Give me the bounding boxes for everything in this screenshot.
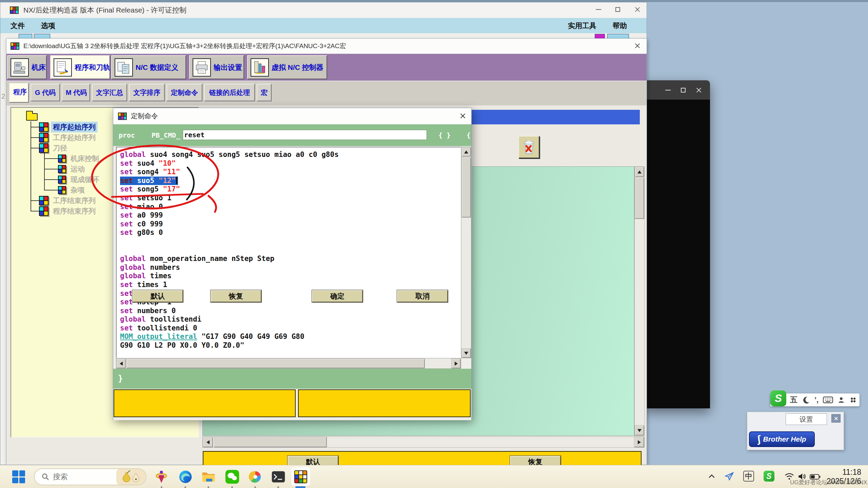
settings-button[interactable]: 设置	[786, 413, 827, 425]
start-button[interactable]	[12, 470, 25, 483]
wubi-mode-button[interactable]: 五	[790, 395, 797, 405]
restore-button[interactable]: 恢复	[211, 290, 261, 302]
scroll-right-icon[interactable]	[451, 359, 461, 368]
subtab-program[interactable]: 程序	[9, 83, 29, 103]
scrollbar-thumb[interactable]	[461, 157, 471, 218]
toolbox-grid-icon[interactable]	[849, 396, 857, 404]
tab-machine[interactable]: 机床	[7, 55, 47, 79]
tree-item-toolpath[interactable]: 刀径	[31, 143, 69, 153]
search-input[interactable]	[53, 472, 100, 481]
close-icon	[834, 416, 838, 421]
cube-icon	[39, 196, 48, 205]
tray-chevron-up-icon[interactable]	[707, 472, 716, 481]
user-icon[interactable]	[837, 396, 845, 404]
tree-item-operation-start[interactable]: 工序起始序列	[31, 133, 98, 143]
tray-battery-icon[interactable]	[810, 474, 821, 480]
menu-file[interactable]: 文件	[11, 21, 25, 30]
maximize-icon[interactable]	[681, 88, 686, 93]
restore-button[interactable]: 恢复	[510, 456, 561, 465]
scroll-up-icon[interactable]	[635, 167, 644, 177]
palette-icon	[248, 469, 263, 484]
tree-item-operation-end[interactable]: 工序结束序列	[31, 196, 98, 206]
brace-pair-button[interactable]: { }	[438, 131, 451, 139]
tree-item-program-end[interactable]: 程序结束序列	[31, 206, 98, 216]
default-button[interactable]: 默认	[132, 290, 183, 302]
sogou-logo-icon[interactable]: S	[770, 390, 786, 406]
subtab-macro[interactable]: 宏	[257, 84, 272, 101]
tray-wifi-icon[interactable]	[785, 472, 794, 481]
tree-item-program-start[interactable]: 程序起始序列	[31, 122, 98, 132]
postbuilder-cube-icon	[294, 470, 307, 483]
ok-button[interactable]: 确定	[312, 290, 363, 302]
scrollbar-thumb[interactable]	[214, 437, 327, 447]
subtab-custom-command[interactable]: 定制命令	[166, 84, 202, 101]
nc-data-icon	[115, 58, 133, 77]
tab-virtual-controller[interactable]: 虚拟 N/C 控制器	[247, 55, 327, 79]
code-horizontal-scrollbar[interactable]	[116, 358, 461, 369]
sogou-ime-bar[interactable]: S 五 ’,	[770, 393, 860, 406]
search-box[interactable]	[34, 468, 146, 485]
subtab-mcode[interactable]: M 代码	[62, 84, 90, 101]
taskbar-app-terminal[interactable]	[271, 469, 286, 484]
moon-icon[interactable]	[802, 396, 810, 404]
tray-sogou-icon[interactable]: S	[764, 471, 774, 482]
scroll-left-icon[interactable]	[203, 437, 213, 447]
scroll-down-icon[interactable]	[635, 425, 644, 435]
console-window[interactable]	[643, 80, 710, 408]
scrollbar-thumb[interactable]	[126, 359, 425, 368]
tree-item-misc[interactable]: 杂项	[44, 185, 87, 195]
taskbar-clock[interactable]: 11:18 2025/12/6	[827, 468, 861, 486]
scroll-down-icon[interactable]	[461, 348, 471, 358]
punctuation-button[interactable]: ’,	[814, 395, 818, 404]
tree-item-motion[interactable]: 运动	[44, 164, 87, 174]
brother-help-button[interactable]: ∫ Brother Help	[749, 431, 815, 447]
taskbar-app-ug[interactable]	[154, 469, 169, 484]
taskbar-app-explorer[interactable]	[201, 469, 216, 484]
child-titlebar[interactable]: E:\download\UG五轴 3 2坐标转换后处理 宏程序(1)\UG五轴+…	[6, 39, 647, 54]
taskbar-app-edge[interactable]	[178, 469, 193, 484]
scroll-up-icon[interactable]	[461, 147, 471, 157]
taskbar-app-wechat[interactable]	[225, 469, 240, 484]
close-button[interactable]	[831, 414, 841, 423]
code-line: set suo4 "10"	[120, 159, 460, 168]
subtab-word-summary[interactable]: 文字汇总	[92, 84, 127, 101]
tree-item-canned-cycles[interactable]: 现成循环	[44, 175, 101, 185]
scroll-left-icon[interactable]	[116, 359, 126, 368]
keyboard-icon[interactable]	[823, 396, 833, 403]
close-icon[interactable]	[696, 87, 702, 93]
tree-item-machine-control[interactable]: 机床控制	[44, 154, 101, 164]
menu-help[interactable]: 帮助	[613, 21, 627, 30]
default-button[interactable]: 默认	[288, 456, 338, 465]
close-icon[interactable]	[634, 6, 640, 13]
tray-ime-indicator[interactable]: 中	[743, 471, 754, 482]
tab-nc-data[interactable]: N/C 数据定义	[111, 55, 186, 79]
tab-output-settings[interactable]: 输出设置	[189, 55, 244, 79]
taskbar-app-postbuilder-active[interactable]	[293, 469, 308, 484]
close-icon[interactable]	[634, 43, 640, 49]
minimize-icon[interactable]	[665, 90, 671, 90]
maximize-icon[interactable]	[615, 7, 620, 12]
proc-name-input[interactable]	[183, 130, 427, 140]
code-vertical-scrollbar[interactable]	[461, 147, 471, 358]
code-editor[interactable]: global suo4 song4 suo5 song5 setsuo miao…	[116, 147, 461, 358]
dialog-titlebar[interactable]: 定制命令	[113, 108, 471, 124]
close-icon[interactable]	[460, 113, 466, 119]
search-highlight-image[interactable]	[116, 468, 146, 485]
tray-volume-icon[interactable]	[797, 472, 806, 481]
minimize-icon[interactable]	[596, 9, 601, 10]
main-titlebar[interactable]: NX/后处理构造器 版本 (Final Release) - 许可证控制	[0, 2, 647, 18]
subtab-linked-post[interactable]: 链接的后处理	[204, 84, 255, 101]
tab-program-toolpath[interactable]: 程序和刀轨	[50, 55, 110, 79]
content-horizontal-scrollbar[interactable]	[202, 436, 645, 448]
delete-button[interactable]	[518, 136, 539, 158]
cancel-button[interactable]: 取消	[397, 290, 448, 302]
scrollbar-thumb[interactable]	[635, 178, 644, 219]
tray-location-arrow-icon[interactable]	[724, 471, 734, 482]
content-vertical-scrollbar[interactable]	[634, 166, 645, 436]
scroll-right-icon[interactable]	[634, 437, 644, 447]
menu-utilities[interactable]: 实用工具	[568, 21, 596, 30]
subtab-gcode[interactable]: G 代码	[31, 84, 60, 101]
menu-options[interactable]: 选项	[41, 21, 55, 30]
taskbar-app-palette[interactable]	[248, 469, 263, 484]
subtab-word-sort[interactable]: 文字排序	[129, 84, 165, 101]
